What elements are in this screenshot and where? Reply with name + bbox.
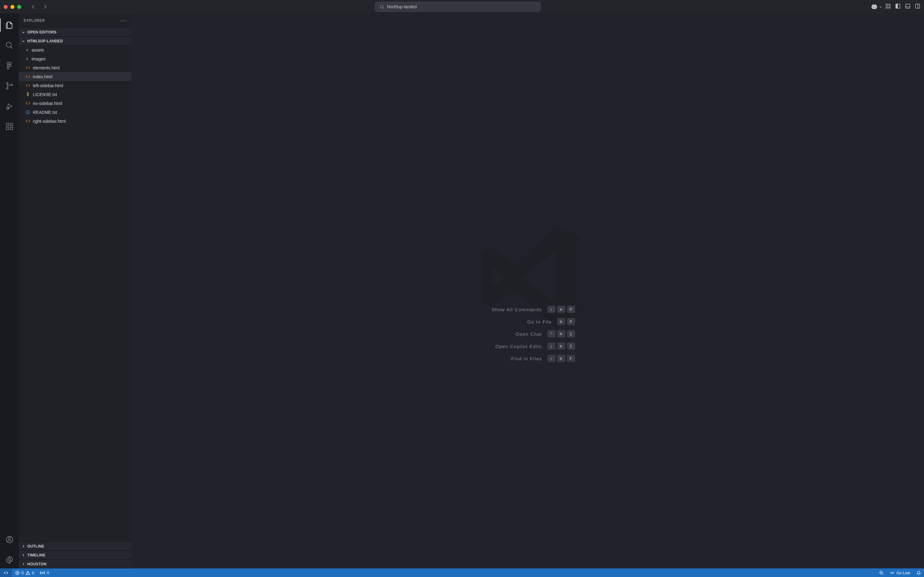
html-file-icon bbox=[25, 119, 31, 123]
shortcut-row: Show All Commands⇧⌘P bbox=[481, 306, 575, 313]
file-label: no-sidebar.html bbox=[33, 101, 62, 106]
file-index-html[interactable]: index.html bbox=[19, 72, 132, 81]
titlebar-actions bbox=[885, 3, 920, 10]
editor-area: Show All Commands⇧⌘PGo to File⌘POpen Cha… bbox=[132, 13, 924, 568]
key-cap: ⌘ bbox=[557, 306, 565, 313]
svg-point-14 bbox=[9, 65, 11, 67]
toggle-panel-button[interactable] bbox=[905, 3, 911, 10]
zoom-icon bbox=[879, 571, 884, 575]
folder-images[interactable]: images bbox=[19, 54, 132, 63]
file-right-sidebar-html[interactable]: right-sidebar.html bbox=[19, 117, 132, 126]
status-golive[interactable]: Go Live bbox=[887, 568, 913, 577]
layout-customize-button[interactable] bbox=[885, 3, 891, 10]
nav-forward-button[interactable] bbox=[42, 4, 48, 10]
activity-bar bbox=[0, 13, 19, 568]
activity-accounts[interactable] bbox=[0, 531, 19, 548]
activity-search[interactable] bbox=[0, 37, 19, 54]
file-label: README.txt bbox=[33, 110, 57, 115]
copilot-menu[interactable] bbox=[871, 3, 882, 10]
chevron-down-icon bbox=[21, 39, 26, 43]
section-outline[interactable]: OUTLINE bbox=[19, 542, 132, 551]
shortcut-row: Find in Files⇧⌘F bbox=[481, 355, 575, 362]
gear-icon bbox=[5, 556, 14, 564]
file-elements-html[interactable]: elements.html bbox=[19, 63, 132, 72]
chevron-right-icon bbox=[25, 57, 29, 61]
file-left-sidebar-html[interactable]: left-sidebar.html bbox=[19, 81, 132, 90]
svg-rect-21 bbox=[6, 123, 9, 126]
section-project[interactable]: HTML5UP-LANDED bbox=[19, 37, 132, 45]
minimize-window-button[interactable] bbox=[10, 5, 14, 9]
status-notifications[interactable] bbox=[913, 568, 924, 577]
activity-explorer[interactable] bbox=[0, 16, 19, 34]
file-README-txt[interactable]: README.txt bbox=[19, 108, 132, 117]
toggle-secondary-sidebar-button[interactable] bbox=[915, 3, 920, 10]
shortcut-label: Go to File bbox=[490, 319, 552, 324]
svg-rect-6 bbox=[896, 4, 898, 8]
key-cap: P bbox=[567, 306, 575, 313]
key-cap: ⌘ bbox=[557, 343, 565, 350]
maximize-window-button[interactable] bbox=[17, 5, 21, 9]
svg-point-17 bbox=[6, 82, 8, 84]
section-label: TIMELINE bbox=[27, 553, 45, 558]
key-cap: ^ bbox=[547, 330, 555, 338]
bell-icon bbox=[916, 571, 921, 575]
chevron-down-icon bbox=[21, 30, 26, 34]
activity-extensions[interactable] bbox=[0, 118, 19, 135]
copilot-icon bbox=[871, 3, 878, 10]
error-count: 0 bbox=[21, 571, 24, 575]
svg-point-15 bbox=[7, 65, 9, 67]
key-file-icon bbox=[25, 92, 31, 97]
activity-run-debug[interactable] bbox=[0, 98, 19, 115]
toggle-primary-sidebar-button[interactable] bbox=[895, 3, 901, 10]
section-label: OUTLINE bbox=[27, 544, 44, 548]
file-label: left-sidebar.html bbox=[33, 83, 63, 88]
status-ports[interactable]: 0 bbox=[37, 568, 52, 577]
status-problems[interactable]: 0 0 bbox=[12, 568, 37, 577]
window-controls bbox=[4, 5, 21, 9]
info-file-icon bbox=[25, 110, 31, 114]
section-label: HOUSTON bbox=[27, 562, 47, 566]
file-no-sidebar-html[interactable]: no-sidebar.html bbox=[19, 99, 132, 108]
key-cap: ⌘ bbox=[557, 330, 565, 338]
section-timeline[interactable]: TIMELINE bbox=[19, 551, 132, 559]
svg-point-16 bbox=[7, 67, 9, 69]
remote-indicator[interactable] bbox=[0, 568, 12, 577]
explorer-sidebar: EXPLORER ··· OPEN EDITORS HTML5UP-LANDED… bbox=[19, 13, 132, 568]
search-icon bbox=[5, 41, 14, 50]
command-center-search[interactable]: html5up-landed bbox=[375, 2, 541, 12]
radio-icon bbox=[40, 571, 45, 575]
warning-count: 0 bbox=[32, 571, 34, 575]
file-label: index.html bbox=[33, 74, 53, 79]
file-label: right-sidebar.html bbox=[33, 119, 66, 124]
svg-point-31 bbox=[42, 572, 43, 573]
activity-figma[interactable] bbox=[0, 57, 19, 74]
shortcut-label: Open Copilot Edits bbox=[481, 344, 542, 349]
chevron-right-icon bbox=[21, 562, 26, 566]
remote-icon bbox=[4, 571, 8, 575]
shortcut-keys: ⇧⌘F bbox=[547, 355, 575, 362]
nav-back-button[interactable] bbox=[31, 4, 37, 10]
svg-rect-9 bbox=[915, 4, 920, 8]
files-icon bbox=[5, 21, 14, 29]
chevron-down-icon bbox=[879, 5, 882, 9]
key-cap: ⇧ bbox=[547, 343, 555, 350]
folder-assets[interactable]: assets bbox=[19, 45, 132, 54]
shortcut-label: Open Chat bbox=[481, 332, 542, 337]
section-open-editors[interactable]: OPEN EDITORS bbox=[19, 27, 132, 37]
section-label: OPEN EDITORS bbox=[27, 30, 56, 34]
file-LICENSE-txt[interactable]: LICENSE.txt bbox=[19, 90, 132, 99]
html-file-icon bbox=[25, 101, 31, 106]
source-control-icon bbox=[5, 82, 14, 90]
sidebar-more-button[interactable]: ··· bbox=[120, 18, 127, 24]
account-icon bbox=[5, 535, 14, 544]
close-window-button[interactable] bbox=[4, 5, 8, 9]
section-houston[interactable]: HOUSTON bbox=[19, 559, 132, 568]
status-feedback[interactable] bbox=[876, 568, 887, 577]
activity-source-control[interactable] bbox=[0, 77, 19, 95]
broadcast-icon bbox=[890, 571, 895, 575]
html-file-icon bbox=[25, 83, 31, 88]
key-cap: P bbox=[567, 318, 575, 326]
svg-rect-2 bbox=[889, 4, 890, 5]
activity-settings[interactable] bbox=[0, 551, 19, 568]
folder-label: assets bbox=[32, 48, 44, 53]
